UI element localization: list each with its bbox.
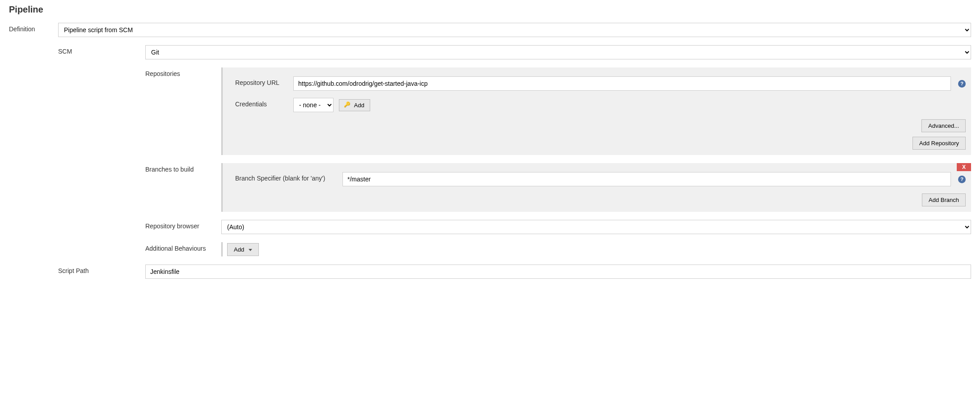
definition-select[interactable]: Pipeline script from SCM — [58, 23, 971, 37]
add-branch-button[interactable]: Add Branch — [922, 193, 966, 206]
branch-specifier-label: Branch Specifier (blank for 'any') — [235, 172, 342, 182]
add-behaviour-button[interactable]: Add — [227, 243, 259, 256]
additional-behaviours-row: Additional Behaviours Add — [145, 242, 971, 256]
additional-behaviours-label: Additional Behaviours — [145, 242, 221, 252]
repo-browser-label: Repository browser — [145, 220, 221, 230]
chevron-down-icon — [249, 249, 252, 251]
repositories-row: Repositories Repository URL ? Credential… — [145, 67, 971, 155]
credentials-select[interactable]: - none - — [293, 98, 334, 112]
branch-specifier-input[interactable] — [342, 172, 951, 186]
script-path-row: Script Path — [58, 265, 971, 279]
scm-label: SCM — [58, 45, 145, 55]
repository-url-input[interactable] — [293, 76, 951, 91]
branches-row: Branches to build X Branch Specifier (bl… — [145, 163, 971, 212]
repo-browser-select[interactable]: (Auto) — [221, 220, 971, 234]
key-icon — [345, 103, 351, 108]
script-path-input[interactable] — [145, 265, 971, 279]
repository-panel: Repository URL ? Credentials - none - Ad… — [221, 67, 971, 155]
pipeline-section-title: Pipeline — [9, 4, 971, 15]
script-path-label: Script Path — [58, 265, 145, 274]
repositories-label: Repositories — [145, 67, 221, 77]
delete-branch-button[interactable]: X — [957, 163, 971, 171]
credentials-label: Credentials — [235, 98, 293, 108]
help-icon[interactable]: ? — [958, 176, 966, 183]
definition-row: Definition Pipeline script from SCM — [9, 23, 971, 37]
help-icon[interactable]: ? — [958, 80, 966, 88]
add-credentials-button[interactable]: Add — [339, 99, 370, 111]
scm-select[interactable]: Git — [145, 45, 971, 59]
repository-url-label: Repository URL — [235, 76, 293, 86]
advanced-button[interactable]: Advanced... — [921, 119, 966, 132]
repo-browser-row: Repository browser (Auto) — [145, 220, 971, 234]
branches-label: Branches to build — [145, 163, 221, 173]
add-repository-button[interactable]: Add Repository — [912, 137, 966, 150]
branch-panel: X Branch Specifier (blank for 'any') ? A… — [221, 163, 971, 212]
scm-row: SCM Git — [58, 45, 971, 59]
definition-label: Definition — [9, 23, 58, 33]
